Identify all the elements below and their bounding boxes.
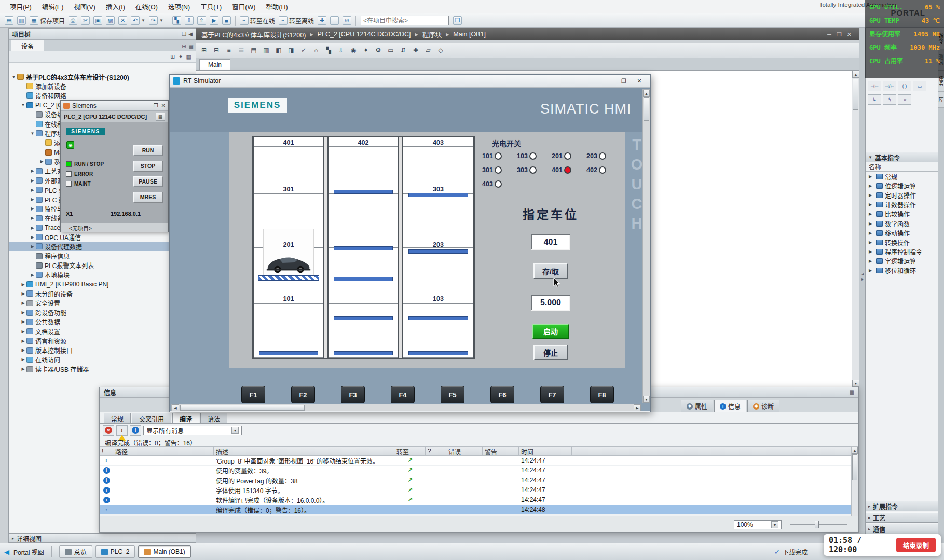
stop-button[interactable]: 停止 <box>533 345 568 360</box>
menu-item[interactable]: 编辑(E) <box>37 0 69 13</box>
tree-expander-icon[interactable]: ▶ <box>869 221 874 226</box>
empty-box-icon[interactable]: ◨ <box>285 45 297 56</box>
fkey-f7-button[interactable]: F7 <box>540 386 564 403</box>
tree-expander-icon[interactable]: ▶ <box>869 174 874 179</box>
scroll-up-icon[interactable]: ▲ <box>852 71 859 78</box>
restore-icon[interactable]: ❐ <box>837 31 842 38</box>
tree-expander-icon[interactable]: ▶ <box>39 159 45 164</box>
copy-button[interactable]: ▣ <box>92 15 104 26</box>
tree-expander-icon[interactable]: ▶ <box>869 193 874 198</box>
speed-input[interactable]: 5.000 <box>531 295 570 311</box>
jump-icon[interactable]: ↠ <box>898 94 911 105</box>
tab-devices[interactable]: 设备 <box>11 40 44 51</box>
settings-icon[interactable]: ◇ <box>435 45 446 56</box>
tree-expander-icon[interactable]: ▶ <box>869 259 874 263</box>
close-branch-icon[interactable]: ☰ <box>236 45 247 56</box>
zoom-slider-thumb[interactable] <box>815 521 819 528</box>
message-row[interactable]: i使用的 PowerTag 的数量：38↗14:24:47 <box>100 475 858 485</box>
tree-item[interactable]: ▼基于PLC的4x3立体车库设计-(S1200) <box>9 72 196 81</box>
cpu-pause-button[interactable]: PAUSE <box>133 176 162 187</box>
tree-options-icon[interactable]: ⊞ <box>182 44 186 49</box>
info-subtab-语法[interactable]: 语法 <box>200 413 227 424</box>
message-filter-dropdown[interactable]: 显示所有消息 ▼ <box>143 426 242 435</box>
tree-expander-icon[interactable]: ▶ <box>30 273 35 277</box>
taskbar-item-PLC_2[interactable]: PLC_2 <box>95 545 135 558</box>
instruction-group[interactable]: ▶比较操作 <box>866 209 938 219</box>
stop-recording-button[interactable]: 结束录制 <box>896 538 936 552</box>
close-icon[interactable]: ✕ <box>847 31 852 38</box>
menu-item[interactable]: 选项(N) <box>163 0 195 13</box>
scroll-down-icon[interactable]: ▼ <box>643 396 650 403</box>
empty-box-icon[interactable]: ▭ <box>913 81 926 91</box>
tree-item[interactable]: ▶本地模块 <box>9 270 196 279</box>
rt-titlebar[interactable]: RT Simulator ─ ❐ ✕ <box>170 75 650 88</box>
info-subtab-编译[interactable]: 编译 <box>172 413 199 424</box>
cross-references-button[interactable]: ≣ <box>329 15 340 26</box>
tree-item[interactable]: ▶文档设置 <box>9 327 196 336</box>
scroll-up-icon[interactable]: ▲ <box>643 90 650 97</box>
tree-expander-icon[interactable]: ▶ <box>30 226 35 230</box>
tree-expander-icon[interactable]: ▶ <box>30 216 35 220</box>
tree-item[interactable]: 添加新设备 <box>9 81 196 91</box>
modify-icon[interactable]: ▱ <box>422 45 434 56</box>
goto-arrow-icon[interactable]: ↗ <box>407 467 413 474</box>
minimize-icon[interactable]: ─ <box>600 76 616 86</box>
fkey-f6-button[interactable]: F6 <box>490 386 514 403</box>
power-button[interactable]: ◉ <box>66 141 74 149</box>
go-online-button[interactable]: ⌁转至在线 <box>238 15 277 26</box>
compile-block-icon[interactable]: ⚙ <box>373 45 384 56</box>
warnings-filter-button[interactable]: ! <box>116 425 128 436</box>
new-project-button[interactable]: ▤ <box>3 15 15 26</box>
zoom-dropdown[interactable]: 100% ▼ <box>734 520 782 529</box>
menu-item[interactable]: 工具(T) <box>196 0 226 13</box>
open-branch-icon[interactable]: ↳ <box>868 94 881 105</box>
slot-number-input[interactable]: 401 <box>531 234 570 250</box>
info-subtab-交叉引用[interactable]: 交叉引用 <box>132 413 171 424</box>
open-project-button[interactable]: ▥ <box>16 15 28 26</box>
breadcrumb-item[interactable]: 基于PLC的4x3立体车库设计(S1200) <box>201 30 306 39</box>
tree-expander-icon[interactable]: ▶ <box>869 212 874 216</box>
fkey-f8-button[interactable]: F8 <box>590 386 614 403</box>
inspector-tab-信息[interactable]: i信息 <box>714 400 746 412</box>
start-simulation-button[interactable]: ▶ <box>208 15 220 26</box>
tree-expander-icon[interactable]: ▶ <box>30 206 35 211</box>
instruction-group[interactable]: ▶常规 <box>866 172 938 181</box>
expand-all-icon[interactable]: ✓ <box>298 45 309 56</box>
close-icon[interactable]: ✕ <box>161 103 166 108</box>
tree-expander-icon[interactable]: ▶ <box>869 231 874 235</box>
snapshot-icon[interactable]: ✚ <box>410 45 421 56</box>
portal-view-button[interactable]: Portal 视图 <box>13 548 44 556</box>
tree-expander-icon[interactable]: ▶ <box>30 178 35 183</box>
message-row[interactable]: !编译完成（错误：0；警告：16）。14:24:48 <box>100 505 858 515</box>
tree-item[interactable]: ▶语言和资源 <box>9 336 196 345</box>
rt-horizontal-scrollbar[interactable]: ◀ ▶ <box>171 404 641 411</box>
insert-network-icon[interactable]: ⊞ <box>198 45 210 56</box>
add-box-icon[interactable]: ⊟ <box>211 45 222 56</box>
scroll-thumb[interactable] <box>644 97 649 121</box>
comment-icon[interactable]: ⇩ <box>335 45 347 56</box>
scroll-thumb[interactable] <box>852 454 857 480</box>
tree-filter-icon[interactable]: ⊞ <box>170 53 175 60</box>
redo-button[interactable]: ↷▼ <box>147 15 165 26</box>
go-offline-button[interactable]: ⌁转至离线 <box>277 15 316 26</box>
save-project-button[interactable]: ▦保存项目 <box>28 15 66 26</box>
infos-filter-button[interactable]: i <box>130 425 141 436</box>
section-basic-instructions[interactable]: ▼ 基本指令 <box>866 152 938 162</box>
errors-filter-button[interactable]: ✕ <box>103 425 114 436</box>
tree-expander-icon[interactable]: ▶ <box>20 357 26 362</box>
tree-item[interactable]: ▶公共数据 <box>9 317 196 327</box>
instruction-group[interactable]: ▶位逻辑运算 <box>866 181 938 190</box>
inspector-dock-icon[interactable]: ▦ <box>850 389 854 395</box>
fkey-f5-button[interactable]: F5 <box>441 386 464 403</box>
tree-expander-icon[interactable]: ▶ <box>20 282 26 287</box>
section-通信[interactable]: ▸通信 <box>866 524 938 534</box>
monitor-on-off-icon[interactable]: ⇵ <box>398 45 409 56</box>
tree-item[interactable]: 设备和网络 <box>9 91 196 100</box>
detail-view-bar[interactable]: ▸ 详细视图 <box>8 534 196 543</box>
goto-network-icon[interactable]: ✦ <box>360 45 372 56</box>
cpu-mres-button[interactable]: MRES <box>133 192 162 202</box>
absolute-operand-icon[interactable]: ▚ <box>323 45 334 56</box>
breadcrumb-item[interactable]: Main [OB1] <box>453 31 486 38</box>
tree-expander-icon[interactable]: ▶ <box>869 184 874 188</box>
breadcrumb-item[interactable]: 程序块 <box>422 30 442 39</box>
